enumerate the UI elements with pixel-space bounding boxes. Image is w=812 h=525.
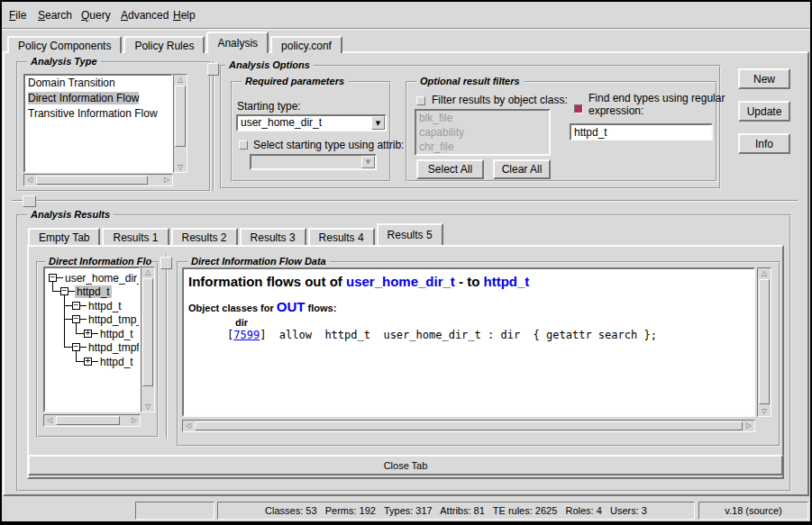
scroll-thumb[interactable] — [36, 176, 148, 185]
attrib-checkbox-label[interactable]: Select starting type using attrib: — [253, 139, 404, 151]
flow-tree-title: Direct Information Flow T — [45, 256, 151, 267]
flow-heading: Information flows out of user_home_dir_t… — [188, 274, 753, 289]
tree-node[interactable]: −user_home_dir_t — [49, 271, 141, 285]
expand-toggle-icon[interactable]: + — [84, 330, 92, 338]
tree-node[interactable]: −httpd_t — [72, 299, 123, 312]
tree-node[interactable]: −httpd_tmp_t — [72, 312, 141, 326]
filter-by-class-checkbox[interactable] — [416, 96, 425, 105]
scroll-up-icon[interactable]: △ — [175, 75, 186, 85]
starting-type-combobox[interactable]: user_home_dir_t ▼ — [236, 114, 387, 131]
tree-node[interactable]: +httpd_t — [84, 355, 135, 368]
scroll-up-icon[interactable]: △ — [142, 267, 153, 277]
rule-number-link[interactable]: 7599 — [233, 329, 260, 341]
flow-data-text[interactable]: Information flows out of user_home_dir_t… — [182, 267, 755, 417]
attrib-checkbox[interactable] — [239, 140, 248, 149]
expand-toggle-icon[interactable]: − — [49, 274, 57, 282]
flow-data-vscrollbar[interactable]: △ ▽ — [757, 267, 771, 417]
scroll-down-icon[interactable]: ▽ — [175, 162, 186, 172]
object-classes-heading: Object classes for OUT flows: — [188, 299, 753, 314]
flow-tree[interactable]: −user_home_dir_t −httpd_t −httpd_t −http… — [43, 267, 141, 412]
scroll-left-icon[interactable]: ◁ — [44, 415, 55, 425]
scroll-right-icon[interactable]: ▷ — [161, 175, 172, 185]
attrib-combobox: ▼ — [250, 154, 377, 170]
new-button[interactable]: New — [738, 68, 790, 89]
analysis-type-hscrollbar[interactable]: ◁ ▷ — [23, 174, 173, 186]
flow-tree-vscrollbar[interactable]: △ ▽ — [141, 267, 155, 412]
tree-connector — [64, 305, 72, 306]
flow-data-hscrollbar[interactable]: ◁ ▷ — [182, 420, 755, 432]
tab-results-3[interactable]: Results 3 — [240, 228, 306, 245]
pane-sash-vertical — [213, 61, 214, 191]
analysis-type-listbox[interactable]: Domain Transition Direct Information Flo… — [23, 74, 173, 173]
close-tab-button[interactable]: Close Tab — [28, 455, 783, 475]
regex-checkbox-label[interactable]: Find end types using regular expression: — [588, 92, 725, 117]
combobox-arrow-button[interactable]: ▼ — [371, 116, 385, 130]
analysis-options-title: Analysis Options — [225, 59, 314, 70]
list-item: blk_file — [416, 111, 549, 125]
tree-connector — [64, 319, 72, 320]
pane-sash-handle[interactable] — [160, 257, 172, 269]
expand-toggle-icon[interactable]: − — [72, 343, 80, 351]
info-button[interactable]: Info — [738, 133, 790, 154]
tab-results-2[interactable]: Results 2 — [171, 228, 238, 245]
scroll-thumb[interactable] — [142, 278, 153, 386]
select-all-button[interactable]: Select All — [416, 159, 484, 179]
list-item: chr_file — [416, 140, 549, 154]
optional-filters-title: Optional result filters — [416, 76, 524, 86]
main-tab-bar: Policy Components Policy Rules Analysis … — [7, 31, 344, 53]
tab-policy-components[interactable]: Policy Components — [7, 36, 122, 53]
scroll-right-icon[interactable]: ▷ — [129, 415, 140, 425]
tab-results-5[interactable]: Results 5 — [377, 223, 443, 245]
pane-sash-handle[interactable] — [23, 195, 36, 207]
menu-bar: File Search Query Advanced Help — [2, 2, 810, 29]
expand-toggle-icon[interactable]: − — [72, 315, 80, 323]
scroll-up-icon[interactable]: △ — [759, 268, 770, 278]
tab-policy-conf[interactable]: policy.conf — [270, 36, 342, 53]
scroll-right-icon[interactable]: ▷ — [744, 421, 754, 430]
expand-toggle-icon[interactable]: − — [60, 287, 68, 295]
scroll-thumb[interactable] — [759, 279, 770, 404]
pane-sash-handle[interactable] — [207, 63, 219, 76]
tree-node[interactable]: −httpd_tmpfs_t — [72, 340, 141, 354]
scroll-thumb[interactable] — [175, 86, 186, 147]
list-item[interactable]: Transitive Information Flow — [25, 106, 171, 122]
scroll-left-icon[interactable]: ◁ — [183, 421, 194, 430]
scroll-thumb[interactable] — [56, 416, 120, 425]
tree-connector — [76, 361, 84, 362]
scroll-down-icon[interactable]: ▽ — [142, 402, 153, 412]
scroll-left-icon[interactable]: ◁ — [24, 175, 35, 185]
regex-checkbox[interactable] — [574, 104, 583, 113]
scroll-thumb[interactable] — [195, 421, 743, 430]
expand-toggle-icon[interactable]: + — [84, 358, 92, 366]
flow-tree-hscrollbar[interactable]: ◁ ▷ — [43, 414, 141, 427]
analysis-type-vscrollbar[interactable]: △ ▽ — [173, 74, 187, 173]
menu-advanced[interactable]: Advanced — [121, 9, 169, 22]
pane-sash-horizontal — [12, 200, 798, 202]
menu-file[interactable]: File — [9, 9, 26, 22]
clear-all-button[interactable]: Clear All — [493, 159, 551, 179]
regex-input[interactable] — [570, 123, 713, 140]
list-item-selected[interactable]: Direct Information Flow — [25, 91, 171, 106]
tab-empty-tab[interactable]: Empty Tab — [28, 228, 100, 245]
tree-connector — [52, 291, 60, 292]
list-item: capability — [416, 125, 549, 140]
menu-help[interactable]: Help — [173, 9, 196, 22]
app-window: File Search Query Advanced Help Policy C… — [0, 0, 812, 525]
results-tab-bar: Empty Tab Results 1 Results 2 Results 3 … — [28, 223, 445, 245]
filter-by-class-label[interactable]: Filter results by object class: — [432, 94, 568, 106]
menu-query[interactable]: Query — [81, 9, 111, 22]
tab-results-1[interactable]: Results 1 — [102, 228, 169, 245]
expand-toggle-icon[interactable]: − — [72, 302, 80, 310]
target-type: httpd_t — [484, 274, 530, 289]
tree-node-selected[interactable]: −httpd_t — [60, 285, 112, 298]
menu-search[interactable]: Search — [38, 9, 72, 22]
tab-analysis[interactable]: Analysis — [206, 32, 269, 53]
tree-node[interactable]: +httpd_t — [84, 327, 135, 340]
tab-policy-rules[interactable]: Policy Rules — [123, 36, 205, 53]
source-type: user_home_dir_t — [346, 274, 455, 289]
tab-results-4[interactable]: Results 4 — [308, 228, 375, 245]
scroll-down-icon[interactable]: ▽ — [759, 406, 770, 416]
update-button[interactable]: Update — [738, 101, 790, 122]
list-item[interactable]: Domain Transition — [25, 76, 171, 91]
tree-connector — [76, 333, 84, 334]
